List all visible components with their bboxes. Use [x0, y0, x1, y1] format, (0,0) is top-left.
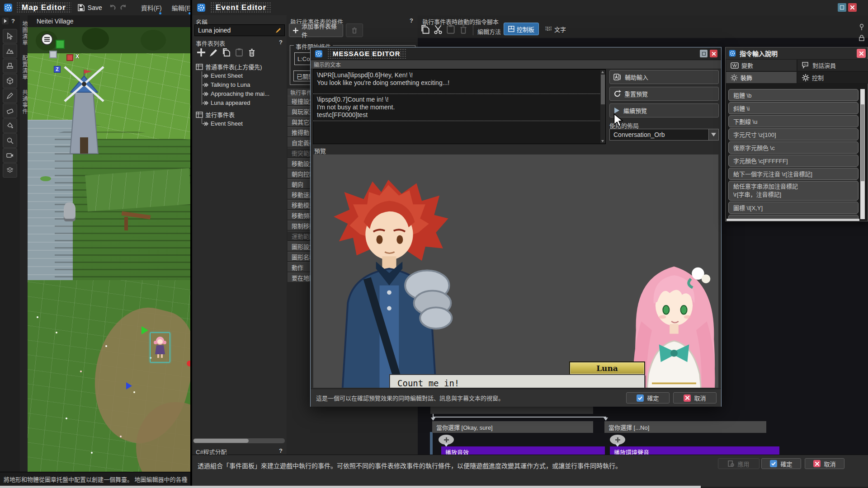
ok-button[interactable]: 確定	[761, 458, 801, 469]
save-icon[interactable]	[77, 4, 85, 12]
message-script-editor[interactable]: \NPR[Luna]\lipspd[0.6]Hey, Ken! \! You l…	[313, 69, 606, 144]
gizmo-cube-red[interactable]	[66, 54, 73, 61]
help-hscrollbar[interactable]	[726, 219, 859, 221]
menu-data[interactable]: 資料(F)	[141, 3, 162, 12]
map-tree	[82, 28, 109, 50]
stamp-tool-icon[interactable]	[3, 59, 17, 73]
chevron-down-icon[interactable]	[708, 129, 718, 140]
scroll-up-arrow[interactable]	[601, 71, 604, 73]
command-item-icon[interactable]: 圖標 \I[X,Y]	[728, 202, 859, 214]
fill-tool-icon[interactable]	[3, 118, 17, 133]
scroll-thumb[interactable]	[861, 104, 864, 181]
zoom-tool-icon[interactable]	[3, 133, 17, 148]
map-tab-name[interactable]: Neitei Village	[37, 18, 73, 25]
help-vscrollbar[interactable]	[860, 89, 865, 219]
save-button[interactable]: Save	[88, 4, 102, 11]
tree-item-approaching[interactable]: Approaching the mai...	[202, 90, 269, 97]
cancel-button[interactable]: 取消	[805, 458, 844, 469]
tab-control[interactable]: 控制	[797, 71, 868, 84]
layers-tool-icon[interactable]	[3, 163, 17, 178]
cancel-button[interactable]: 取消	[673, 392, 717, 404]
text-mode-button[interactable]: TEXT TEXT 文字	[542, 23, 570, 35]
rename-pencil-icon[interactable]	[275, 27, 282, 33]
tree-item-event-sheet[interactable]: Event Sheet	[202, 72, 243, 79]
add-condition-button[interactable]: 添加事件表條件	[289, 23, 343, 37]
cut-command-icon[interactable]	[433, 24, 443, 34]
arrow-double-icon	[202, 73, 208, 79]
close-button[interactable]	[857, 49, 866, 58]
pin-icon[interactable]	[858, 23, 865, 31]
command-help-titlebar[interactable]: 指令輸入說明	[726, 47, 868, 60]
event-editor-titlebar[interactable]: Event Editor	[192, 0, 868, 16]
minimize-button[interactable]	[700, 50, 708, 57]
help-icon[interactable]: ?	[11, 18, 15, 24]
tab-cast[interactable]: 對話演員	[797, 59, 868, 71]
edit-method-label: 編輯方法	[477, 27, 501, 36]
trash-icon	[351, 27, 358, 34]
lock-icon[interactable]	[858, 34, 865, 42]
event-name-input[interactable]: Luna joined	[194, 24, 285, 36]
panel-mode-icon	[508, 26, 514, 32]
collapse-panel-icon[interactable]	[2, 18, 9, 24]
sheet-list-help[interactable]: ?	[279, 39, 283, 46]
flow-insert-button[interactable]	[610, 435, 625, 445]
redo-icon[interactable]	[119, 4, 127, 11]
delete-sheet-icon[interactable]	[247, 48, 256, 57]
gizmo-cube-grey[interactable]	[49, 51, 57, 58]
eraser-tool-icon[interactable]	[3, 103, 17, 118]
command-item-reset-color[interactable]: 復原字元顏色 \c	[728, 141, 859, 154]
scroll-thumb[interactable]	[193, 439, 249, 443]
message-editor-titlebar[interactable]: MESSAGE EDITOR	[311, 47, 721, 60]
map-editor-titlebar[interactable]: Map Editor Save 資料(F) 編輯(E)	[0, 0, 190, 16]
draw-tool-icon[interactable]	[3, 89, 17, 103]
continue-preview-button[interactable]: 繼續預覽	[609, 103, 719, 117]
tab-variables[interactable]: 變數	[726, 59, 797, 71]
tree-item-talking-to-luna[interactable]: Talking to Luna	[202, 81, 250, 88]
flow-choice-no[interactable]: 當你選擇 [...No]	[604, 421, 766, 433]
map-viewport[interactable]: X Z	[28, 27, 190, 472]
layout-select[interactable]: Conversation_Orb	[609, 129, 719, 141]
copy-sheet-icon[interactable]	[222, 48, 231, 57]
tree-item-luna-appeared[interactable]: Luna appeared	[202, 99, 250, 106]
command-item-bold[interactable]: 粗體 \b	[728, 89, 859, 101]
map-menu-button[interactable]	[41, 33, 53, 45]
select-tool-icon[interactable]	[3, 29, 17, 43]
message-separator	[313, 94, 605, 94]
minimize-button[interactable]	[838, 3, 846, 12]
flow-choice-okay[interactable]: 當你選擇 [Okay, sure]	[432, 421, 593, 433]
terrain-tool-icon[interactable]	[3, 44, 17, 58]
flow-insert-button[interactable]	[439, 435, 454, 445]
menu-edit[interactable]: 編輯(E)	[172, 3, 193, 12]
ok-button[interactable]: 確定	[626, 392, 670, 404]
gizmo-cube-green[interactable]	[56, 40, 65, 49]
object-tool-icon[interactable]	[3, 74, 17, 88]
close-button[interactable]	[710, 50, 717, 57]
tree-item-parallel-event-sheet[interactable]: Event Sheet	[202, 120, 243, 127]
scroll-thumb[interactable]	[601, 75, 605, 104]
command-item-size[interactable]: 字元尺寸 \z[100]	[728, 128, 859, 141]
event-sprite-selection[interactable]	[150, 333, 170, 362]
tree-group-parallel[interactable]: 並行事件表	[196, 110, 235, 119]
undo-icon[interactable]	[108, 4, 117, 11]
tree-group-normal[interactable]: 普通事件表(上方優先)	[196, 62, 262, 71]
script-vscrollbar[interactable]	[600, 70, 605, 143]
camera-tool-icon[interactable]	[3, 148, 17, 163]
add-sheet-icon[interactable]	[197, 48, 206, 57]
command-item-ruby-string[interactable]: 給任意字串添加注音標記 \r[字串，注音標記]	[728, 181, 859, 201]
panel-mode-button[interactable]: 控制板	[504, 23, 539, 35]
tab-decoration[interactable]: 裝飾	[726, 71, 797, 84]
scroll-down-arrow[interactable]	[601, 140, 604, 142]
command-item-ruby-next[interactable]: 給下一個字元注音 \r[注音標記]	[728, 168, 859, 180]
command-item-color[interactable]: 字元顏色 \c[FFFFFF]	[728, 155, 859, 167]
command-item-italic[interactable]: 斜體 \i	[728, 102, 859, 114]
command-item-underline[interactable]: 下劃線 \u	[728, 115, 859, 127]
close-button[interactable]	[848, 3, 857, 12]
assist-input-button[interactable]: 輔助輸入	[609, 70, 719, 84]
edit-sheet-icon[interactable]	[209, 48, 218, 57]
condition-help[interactable]: ?	[410, 17, 413, 24]
flow-covered-node-bottom[interactable]	[430, 406, 593, 414]
copy-command-icon[interactable]	[420, 24, 430, 34]
csharp-help[interactable]: ?	[279, 447, 283, 454]
sheet-hscrollbar[interactable]	[193, 438, 285, 443]
reset-preview-button[interactable]: 重置預覽	[609, 87, 719, 101]
